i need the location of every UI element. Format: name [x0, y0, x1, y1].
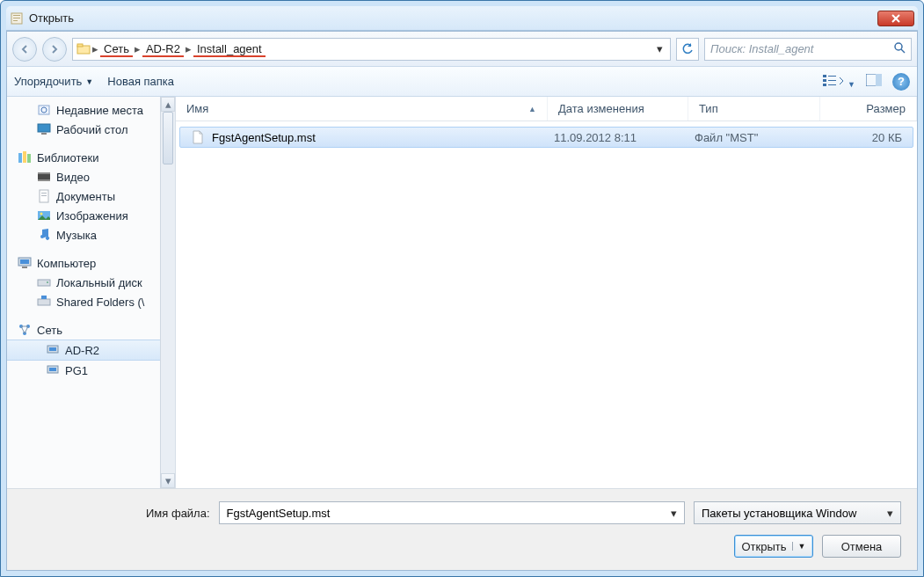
sidebar-item-video[interactable]: Видео	[7, 167, 175, 186]
svg-rect-27	[41, 193, 47, 194]
file-pane: Имя ▲ Дата изменения Тип Размер FgstAgen…	[176, 97, 917, 488]
sidebar-item-music[interactable]: Музыка	[7, 225, 175, 245]
documents-icon	[37, 189, 51, 203]
svg-line-7	[901, 49, 905, 53]
breadcrumb-folder[interactable]: Install_agent	[193, 41, 266, 57]
preview-pane-icon	[866, 74, 882, 86]
search-placeholder: Поиск: Install_agent	[710, 42, 813, 55]
chevron-down-icon[interactable]: ▾	[671, 507, 677, 520]
new-folder-button[interactable]: Новая папка	[107, 75, 174, 88]
sidebar-item-documents[interactable]: Документы	[7, 186, 175, 206]
sidebar-item-desktop[interactable]: Рабочий стол	[7, 120, 175, 139]
back-button[interactable]	[12, 37, 37, 62]
help-icon: ?	[898, 75, 905, 88]
view-icon	[823, 73, 844, 87]
address-bar[interactable]: ▸ Сеть ▸ AD-R2 ▸ Install_agent ▾	[72, 38, 671, 61]
file-type-cell: Файл "MST"	[684, 131, 816, 144]
sidebar-group-computer[interactable]: Компьютер	[7, 253, 175, 273]
pictures-icon	[37, 208, 51, 223]
scroll-up-icon[interactable]: ▴	[161, 97, 175, 112]
dialog-icon	[10, 11, 24, 26]
scroll-track[interactable]	[161, 112, 175, 473]
sidebar-scrollbar[interactable]: ▴ ▾	[160, 97, 175, 488]
window-title: Открыть	[29, 11, 877, 25]
chevron-right-icon: ▸	[92, 42, 98, 55]
svg-rect-18	[38, 124, 50, 132]
sort-asc-icon: ▲	[528, 105, 536, 113]
svg-rect-44	[49, 368, 56, 371]
sidebar-item-localdisk[interactable]: Локальный диск	[7, 273, 175, 292]
file-name-cell: FgstAgentSetup.mst	[180, 130, 543, 144]
sidebar-group-network[interactable]: Сеть	[7, 320, 175, 340]
desktop-icon	[37, 122, 51, 136]
view-button[interactable]: ▼	[823, 73, 855, 90]
close-button[interactable]	[877, 11, 914, 26]
svg-rect-19	[41, 133, 47, 135]
sidebar-item-pictures[interactable]: Изображения	[7, 206, 175, 225]
refresh-button[interactable]	[676, 38, 699, 61]
svg-point-35	[47, 281, 48, 283]
organize-button[interactable]: Упорядочить ▼	[14, 75, 93, 88]
file-list[interactable]: FgstAgentSetup.mst 11.09.2012 8:11 Файл …	[176, 121, 917, 488]
video-icon	[37, 170, 51, 184]
filename-input[interactable]: FgstAgentSetup.mst ▾	[219, 501, 685, 524]
sidebar-item-shared[interactable]: Shared Folders (\	[7, 292, 175, 311]
svg-rect-13	[828, 84, 836, 85]
chevron-down-icon[interactable]: ▾	[887, 507, 893, 520]
svg-rect-33	[22, 267, 27, 268]
column-type[interactable]: Тип	[688, 97, 820, 121]
sidebar-item-adr2[interactable]: AD-R2	[7, 340, 175, 361]
search-icon	[893, 41, 906, 56]
sidebar-item-recent[interactable]: Недавние места	[7, 100, 175, 120]
search-box[interactable]: Поиск: Install_agent	[704, 38, 912, 61]
scroll-thumb[interactable]	[163, 112, 173, 164]
open-dialog-window: Открыть ▸ Сеть ▸ AD-R2 ▸ Install_agent ▾…	[0, 0, 924, 577]
svg-rect-9	[823, 79, 826, 82]
preview-pane-button[interactable]	[866, 74, 882, 89]
help-button[interactable]: ?	[892, 73, 910, 91]
cancel-button[interactable]: Отмена	[822, 535, 901, 558]
breadcrumb-host[interactable]: AD-R2	[142, 41, 184, 57]
arrow-right-icon	[49, 44, 60, 55]
column-headers: Имя ▲ Дата изменения Тип Размер	[176, 97, 917, 121]
chevron-right-icon: ▸	[186, 42, 192, 55]
svg-rect-34	[38, 280, 50, 286]
sidebar-group-libraries[interactable]: Библиотеки	[7, 148, 175, 167]
drive-icon	[37, 275, 51, 289]
svg-rect-12	[828, 80, 836, 81]
breadcrumb-network[interactable]: Сеть	[100, 41, 133, 57]
file-date-cell: 11.09.2012 8:11	[543, 131, 684, 144]
scroll-down-icon[interactable]: ▾	[161, 473, 175, 488]
chevron-right-icon: ▸	[135, 42, 141, 55]
file-row[interactable]: FgstAgentSetup.mst 11.09.2012 8:11 Файл …	[179, 127, 913, 148]
sidebar-item-pg1[interactable]: PG1	[7, 361, 175, 380]
chevron-down-icon: ▼	[848, 80, 855, 89]
svg-rect-42	[49, 347, 56, 351]
svg-rect-22	[27, 154, 31, 163]
sidebar: Недавние места Рабочий стол Библиотеки В…	[7, 97, 176, 488]
recent-icon	[37, 103, 51, 117]
svg-rect-11	[828, 76, 836, 77]
file-type-filter[interactable]: Пакеты установщика Window ▾	[694, 501, 901, 524]
split-chevron-icon: ▼	[792, 542, 806, 551]
svg-rect-28	[41, 195, 47, 196]
file-size-cell: 20 КБ	[816, 131, 913, 144]
svg-rect-21	[23, 151, 26, 163]
close-icon	[891, 14, 900, 23]
titlebar: Открыть	[6, 6, 918, 31]
column-date[interactable]: Дата изменения	[548, 97, 688, 121]
svg-rect-3	[13, 20, 18, 21]
filename-value: FgstAgentSetup.mst	[227, 507, 331, 520]
address-dropdown[interactable]: ▾	[653, 42, 666, 55]
libraries-icon	[18, 150, 32, 164]
column-size[interactable]: Размер	[820, 97, 917, 121]
svg-rect-24	[38, 172, 50, 174]
svg-point-6	[895, 43, 902, 50]
open-button[interactable]: Открыть ▼	[734, 535, 813, 558]
computer-icon	[18, 256, 32, 270]
column-name[interactable]: Имя ▲	[176, 97, 548, 121]
svg-rect-5	[77, 44, 83, 47]
body: Недавние места Рабочий стол Библиотеки В…	[7, 97, 917, 488]
svg-rect-2	[13, 18, 20, 18]
forward-button[interactable]	[42, 37, 67, 62]
